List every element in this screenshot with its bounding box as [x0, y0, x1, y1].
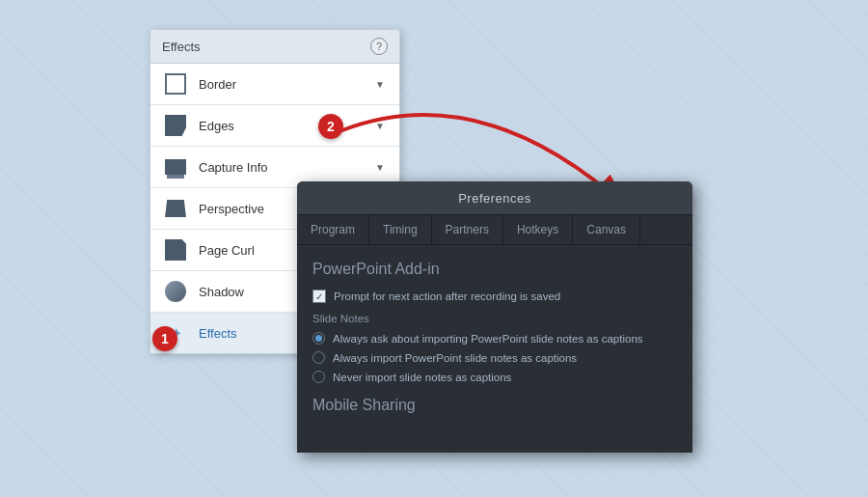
- prompt-checkbox[interactable]: [312, 290, 326, 303]
- preferences-panel: Preferences Program Timing Partners Hotk…: [297, 181, 692, 453]
- tab-program[interactable]: Program: [297, 215, 369, 244]
- radio-label-1: Always import PowerPoint slide notes as …: [333, 352, 577, 364]
- step-badge-2: 2: [318, 114, 343, 139]
- preferences-title: Preferences: [458, 191, 531, 206]
- radio-always-ask[interactable]: [312, 332, 325, 345]
- effects-item-border[interactable]: Border ▼: [150, 64, 399, 105]
- border-dropdown-arrow[interactable]: ▼: [372, 76, 388, 92]
- slide-notes-label: Slide Notes: [312, 313, 677, 324]
- shadow-icon: [162, 281, 189, 302]
- radio-row-2[interactable]: Never import slide notes as captions: [312, 371, 677, 383]
- radio-row-1[interactable]: Always import PowerPoint slide notes as …: [312, 351, 677, 364]
- prompt-checkbox-row[interactable]: Prompt for next action after recording i…: [312, 290, 677, 303]
- step-badge-1: 1: [152, 326, 177, 351]
- help-button[interactable]: ?: [370, 38, 388, 55]
- tab-timing[interactable]: Timing: [369, 215, 432, 244]
- radio-never-import[interactable]: [312, 371, 325, 383]
- edges-icon: [162, 115, 189, 136]
- powerpoint-section-title: PowerPoint Add-in: [312, 261, 677, 278]
- capture-info-dropdown-arrow[interactable]: ▼: [372, 159, 388, 175]
- effects-panel-title: Effects: [162, 40, 201, 54]
- page-curl-icon: [162, 239, 189, 261]
- radio-label-0: Always ask about importing PowerPoint sl…: [333, 333, 643, 345]
- radio-row-0[interactable]: Always ask about importing PowerPoint sl…: [312, 332, 677, 345]
- edges-dropdown-arrow[interactable]: ▼: [372, 118, 388, 133]
- border-icon: [162, 73, 189, 95]
- effects-panel-header: Effects ?: [150, 30, 399, 64]
- preferences-tabs: Program Timing Partners Hotkeys Canvas: [297, 215, 692, 245]
- border-label: Border: [199, 77, 372, 92]
- effects-item-edges[interactable]: Edges ▼: [150, 105, 399, 147]
- radio-always-import[interactable]: [312, 351, 325, 364]
- mobile-sharing-section-title: Mobile Sharing: [312, 397, 677, 414]
- preferences-header: Preferences: [297, 181, 692, 215]
- tab-canvas[interactable]: Canvas: [573, 215, 640, 244]
- capture-info-label: Capture Info: [199, 160, 372, 175]
- torn-bottom-decoration: [297, 429, 692, 453]
- radio-label-2: Never import slide notes as captions: [333, 372, 511, 383]
- tab-partners[interactable]: Partners: [432, 215, 503, 244]
- perspective-icon: [162, 198, 189, 219]
- preferences-content: PowerPoint Add-in Prompt for next action…: [297, 245, 692, 429]
- edges-label: Edges: [199, 119, 372, 133]
- capture-info-icon: [162, 156, 189, 178]
- tab-hotkeys[interactable]: Hotkeys: [503, 215, 573, 244]
- prompt-checkbox-label: Prompt for next action after recording i…: [334, 290, 560, 302]
